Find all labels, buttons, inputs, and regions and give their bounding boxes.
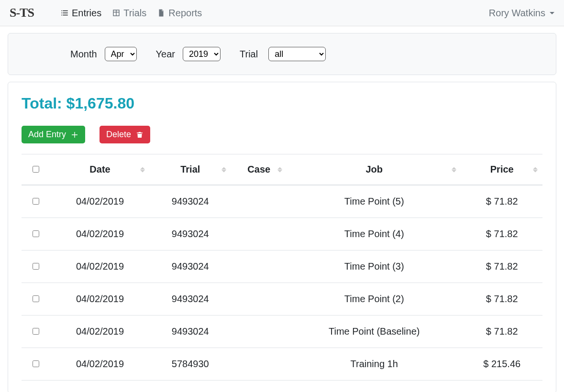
table-row: 04/02/20195784930Training 1h$ 215.46: [22, 348, 542, 381]
chevron-down-icon: [550, 12, 554, 14]
cell-trial: 9493024: [150, 218, 231, 250]
nav-items: Entries Trials Reports: [60, 8, 489, 19]
col-job[interactable]: Job: [287, 154, 462, 185]
cell-job: Time Point (2): [287, 283, 462, 316]
cell-price: $ 215.46: [461, 348, 542, 381]
sort-icon: [533, 167, 538, 172]
content-card: Total: $1,675.80 Add Entry Delete: [8, 82, 556, 392]
page-container: Month Apr Year 2019 Trial all Total: $1,…: [0, 26, 564, 392]
add-entry-button[interactable]: Add Entry: [22, 126, 85, 143]
cell-job: Time Point (4): [287, 218, 462, 250]
row-check-cell: [22, 250, 50, 283]
cell-date: 04/02/2019: [50, 348, 150, 381]
cell-price: $ 71.82: [461, 185, 542, 218]
row-checkbox[interactable]: [33, 198, 39, 205]
sort-icon: [452, 167, 456, 172]
cell-case: [231, 218, 287, 250]
col-job-label: Job: [365, 164, 383, 174]
trial-label: Trial: [240, 49, 258, 60]
row-checkbox[interactable]: [33, 263, 39, 270]
navbar: S-TS Entries Trials Reports Rory Watkins: [0, 0, 564, 26]
cell-job: Time Point (5): [287, 185, 462, 218]
row-check-cell: [22, 218, 50, 250]
plus-icon: [71, 131, 78, 139]
nav-reports[interactable]: Reports: [157, 8, 202, 19]
cell-trial: 9493024: [150, 316, 231, 348]
user-name: Rory Watkins: [489, 8, 545, 19]
delete-button[interactable]: Delete: [100, 126, 150, 143]
table-header-row: Date Trial Case Job: [22, 154, 542, 185]
nav-entries[interactable]: Entries: [60, 8, 101, 19]
cell-date: 04/02/2019: [50, 250, 150, 283]
entries-table: Date Trial Case Job: [22, 154, 542, 381]
cell-date: 04/02/2019: [50, 218, 150, 250]
delete-label: Delete: [106, 130, 131, 140]
cell-case: [231, 283, 287, 316]
cell-price: $ 71.82: [461, 283, 542, 316]
sort-icon: [140, 167, 145, 172]
cell-date: 04/02/2019: [50, 283, 150, 316]
table-row: 04/02/20199493024Time Point (2)$ 71.82: [22, 283, 542, 316]
row-checkbox[interactable]: [33, 230, 39, 237]
filter-card: Month Apr Year 2019 Trial all: [8, 33, 556, 75]
year-select[interactable]: 2019: [183, 47, 221, 61]
filter-groups: Month Apr Year 2019 Trial all: [18, 47, 326, 61]
trial-select[interactable]: all: [268, 47, 326, 61]
row-checkbox[interactable]: [33, 360, 39, 367]
row-check-cell: [22, 185, 50, 218]
nav-reports-label: Reports: [168, 8, 202, 19]
cell-case: [231, 250, 287, 283]
brand-logo[interactable]: S-TS: [10, 6, 34, 20]
nav-entries-label: Entries: [72, 8, 101, 19]
cell-case: [231, 316, 287, 348]
cell-trial: 9493024: [150, 283, 231, 316]
col-case[interactable]: Case: [231, 154, 287, 185]
row-check-cell: [22, 348, 50, 381]
row-checkbox[interactable]: [33, 295, 39, 302]
col-trial-label: Trial: [180, 164, 200, 174]
col-case-label: Case: [247, 164, 270, 174]
col-date[interactable]: Date: [50, 154, 150, 185]
action-row: Add Entry Delete: [22, 126, 542, 143]
trash-icon: [136, 131, 144, 139]
cell-date: 04/02/2019: [50, 316, 150, 348]
cell-job: Training 1h: [287, 348, 462, 381]
select-all-checkbox[interactable]: [33, 166, 39, 173]
month-label: Month: [70, 49, 97, 60]
row-check-cell: [22, 283, 50, 316]
add-entry-label: Add Entry: [28, 130, 66, 140]
cell-job: Time Point (Baseline): [287, 316, 462, 348]
nav-trials-label: Trials: [123, 8, 146, 19]
col-trial[interactable]: Trial: [150, 154, 231, 185]
cell-price: $ 71.82: [461, 316, 542, 348]
user-menu[interactable]: Rory Watkins: [489, 8, 554, 19]
cell-price: $ 71.82: [461, 250, 542, 283]
year-label: Year: [156, 49, 175, 60]
cell-case: [231, 348, 287, 381]
table-row: 04/02/20199493024Time Point (5)$ 71.82: [22, 185, 542, 218]
table-icon: [112, 9, 121, 17]
nav-trials[interactable]: Trials: [112, 8, 146, 19]
sort-icon: [221, 167, 226, 172]
col-price-label: Price: [490, 164, 514, 174]
row-check-cell: [22, 316, 50, 348]
cell-trial: 9493024: [150, 185, 231, 218]
month-select[interactable]: Apr: [105, 47, 137, 61]
file-icon: [157, 9, 166, 17]
col-date-label: Date: [89, 164, 110, 174]
cell-price: $ 71.82: [461, 218, 542, 250]
col-price[interactable]: Price: [461, 154, 542, 185]
table-row: 04/02/20199493024Time Point (4)$ 71.82: [22, 218, 542, 250]
total-label: Total: $1,675.80: [22, 95, 542, 112]
table-row: 04/02/20199493024Time Point (3)$ 71.82: [22, 250, 542, 283]
table-row: 04/02/20199493024Time Point (Baseline)$ …: [22, 316, 542, 348]
list-check-icon: [60, 9, 69, 17]
cell-trial: 5784930: [150, 348, 231, 381]
cell-job: Time Point (3): [287, 250, 462, 283]
row-checkbox[interactable]: [33, 328, 39, 335]
cell-date: 04/02/2019: [50, 185, 150, 218]
cell-case: [231, 185, 287, 218]
sort-icon: [277, 167, 282, 172]
select-all-header: [22, 154, 50, 185]
cell-trial: 9493024: [150, 250, 231, 283]
